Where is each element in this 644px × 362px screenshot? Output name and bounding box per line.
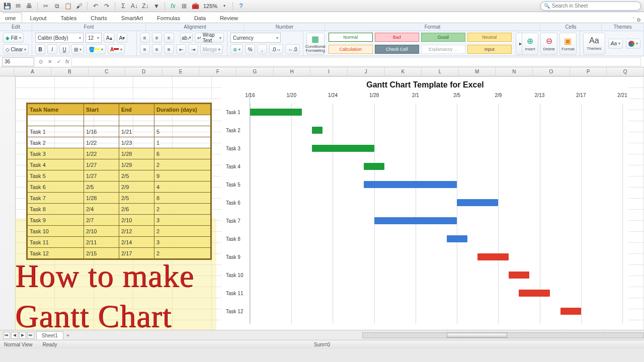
- col-header-G[interactable]: G: [236, 67, 274, 76]
- tab-ome[interactable]: ome: [2, 13, 22, 23]
- search-box[interactable]: 🔍: [540, 2, 641, 11]
- redo-icon[interactable]: ↷: [103, 2, 111, 10]
- save-icon[interactable]: 💾: [3, 2, 11, 10]
- table-row[interactable]: Task 122/152/172: [28, 248, 211, 259]
- search-input[interactable]: [552, 3, 637, 9]
- table-row[interactable]: Task 92/72/103: [28, 215, 211, 226]
- theme-fonts-button[interactable]: Aa: [608, 39, 623, 49]
- wrap-text-button[interactable]: ↵ Wrap Text: [195, 33, 224, 43]
- show-formulas-icon[interactable]: ⊞: [180, 2, 188, 10]
- table-row[interactable]: Task 21/221/231: [28, 137, 211, 148]
- table-row[interactable]: Task 62/52/94: [28, 182, 211, 193]
- indent-inc-button[interactable]: ⇥: [188, 44, 198, 54]
- autosum-icon[interactable]: Σ: [119, 2, 127, 10]
- align-top-button[interactable]: ≡: [140, 33, 150, 43]
- col-header-C[interactable]: C: [89, 67, 126, 76]
- col-header-K[interactable]: K: [385, 67, 422, 76]
- font-name-combo[interactable]: Calibri (Body): [35, 33, 84, 43]
- col-header-E[interactable]: E: [163, 67, 200, 76]
- percent-button[interactable]: %: [245, 44, 255, 54]
- table-row[interactable]: Task 102/102/122: [28, 226, 211, 237]
- col-header-F[interactable]: F: [199, 67, 236, 76]
- cut-icon[interactable]: ✂: [42, 2, 50, 10]
- confirm-icon[interactable]: ✓: [54, 57, 63, 66]
- tab-tables[interactable]: Tables: [54, 13, 83, 23]
- indent-dec-button[interactable]: ⇤: [176, 44, 186, 54]
- cell-style-explanatory-[interactable]: Explanatory ...: [421, 45, 465, 54]
- col-header-M[interactable]: M: [459, 67, 496, 76]
- delete-cells-button[interactable]: ⊖Delete: [540, 33, 557, 55]
- undo-icon[interactable]: ↶: [92, 2, 100, 10]
- comma-button[interactable]: ,: [257, 44, 267, 54]
- col-header-H[interactable]: H: [274, 67, 311, 76]
- table-row[interactable]: Task 41/271/292: [28, 159, 211, 170]
- align-right-button[interactable]: ≡: [164, 44, 174, 54]
- cell-style-bad[interactable]: Bad: [375, 33, 419, 42]
- name-box[interactable]: 36: [2, 57, 34, 66]
- col-header-A[interactable]: A: [14, 67, 51, 76]
- grow-font-button[interactable]: A▴: [104, 33, 115, 43]
- paste-icon[interactable]: 📋: [64, 2, 72, 10]
- add-sheet-button[interactable]: ＋: [65, 332, 70, 339]
- col-header-N[interactable]: N: [496, 67, 533, 76]
- theme-colors-button[interactable]: [626, 39, 640, 49]
- formula-input[interactable]: [71, 57, 641, 66]
- align-bottom-button[interactable]: ≡: [164, 33, 174, 43]
- col-header-L[interactable]: L: [422, 67, 459, 76]
- print-icon[interactable]: 🖶: [25, 2, 33, 10]
- sort-desc-icon[interactable]: Z↓: [141, 2, 149, 10]
- table-row[interactable]: Task 82/42/62: [28, 204, 211, 215]
- number-format-combo[interactable]: Currency: [230, 33, 281, 43]
- cancel-icon[interactable]: ✕: [45, 57, 54, 66]
- orientation-button[interactable]: ab↗: [180, 33, 193, 43]
- table-row[interactable]: Task 11/161/215: [28, 126, 211, 137]
- col-header-Q[interactable]: Q: [607, 67, 644, 76]
- horizontal-scrollbar[interactable]: [362, 332, 644, 338]
- shrink-font-button[interactable]: A▾: [117, 33, 128, 43]
- tab-nav-next-icon[interactable]: ▶: [19, 332, 26, 339]
- col-header-I[interactable]: I: [310, 67, 348, 76]
- tab-nav-first-icon[interactable]: ⏮: [3, 332, 10, 339]
- merge-button[interactable]: Merge: [200, 44, 223, 54]
- sort-asc-icon[interactable]: A↓: [130, 2, 138, 10]
- copy-icon[interactable]: ⧉: [53, 2, 61, 10]
- insert-cells-button[interactable]: ⊕Insert: [522, 33, 539, 55]
- tab-smartart[interactable]: SmartArt: [115, 13, 149, 23]
- cell-style-input[interactable]: Input: [467, 45, 512, 54]
- format-painter-icon[interactable]: 🖌: [75, 2, 83, 10]
- chevron-down-icon[interactable]: ▾: [220, 2, 228, 10]
- email-icon[interactable]: ✉: [14, 2, 22, 10]
- cell-style-neutral[interactable]: Neutral: [467, 33, 512, 42]
- zoom-level[interactable]: 125%: [203, 3, 217, 9]
- col-header-B[interactable]: B: [51, 67, 89, 76]
- font-size-combo[interactable]: 12: [86, 33, 102, 43]
- view-mode[interactable]: Normal View: [4, 342, 33, 347]
- font-color-button[interactable]: A: [108, 44, 125, 54]
- col-header-J[interactable]: J: [348, 67, 385, 76]
- sheet-tab[interactable]: Sheet1: [36, 331, 63, 339]
- col-header-O[interactable]: O: [533, 67, 570, 76]
- decrease-decimal-button[interactable]: ←.0: [285, 44, 299, 54]
- toolbox-icon[interactable]: 🧰: [191, 2, 199, 10]
- table-row[interactable]: Task 31/221/286: [28, 148, 211, 159]
- column-headers[interactable]: ABCDEFGHIJKLMNOPQ: [0, 67, 644, 76]
- filter-icon[interactable]: ▼: [152, 2, 160, 10]
- currency-button[interactable]: ⊛: [230, 44, 243, 54]
- ribbon-options-icon[interactable]: ⚙: [636, 17, 641, 23]
- cell-style-normal[interactable]: Normal: [329, 33, 373, 42]
- increase-decimal-button[interactable]: .0→: [269, 44, 283, 54]
- table-row[interactable]: Task 51/272/59: [28, 170, 211, 182]
- bold-button[interactable]: B: [35, 44, 45, 54]
- align-center-button[interactable]: ≡: [152, 44, 162, 54]
- reference-icon[interactable]: ⊙: [36, 57, 45, 66]
- italic-button[interactable]: I: [47, 44, 57, 54]
- cell-style-good[interactable]: Good: [421, 33, 465, 42]
- tab-review[interactable]: Review: [213, 13, 245, 23]
- border-button[interactable]: ⊞: [71, 44, 84, 54]
- fx-icon[interactable]: fx: [169, 2, 177, 10]
- table-row[interactable]: Task 71/282/58: [28, 193, 211, 204]
- format-cells-button[interactable]: ▣Format: [559, 33, 577, 55]
- align-middle-button[interactable]: ≡: [152, 33, 162, 43]
- col-header-D[interactable]: D: [125, 67, 163, 76]
- conditional-formatting-button[interactable]: ▦ Conditional Formatting: [306, 33, 325, 55]
